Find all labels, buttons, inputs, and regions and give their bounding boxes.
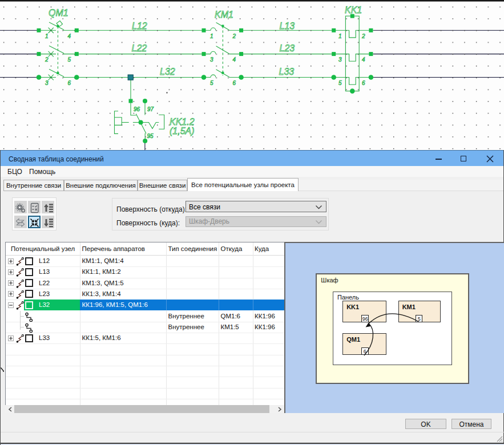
svg-text:6: 6	[68, 80, 71, 86]
svg-text:L13: L13	[280, 21, 295, 31]
svg-text:6: 6	[233, 80, 236, 86]
svg-text:L12: L12	[132, 21, 147, 31]
svg-text:2: 2	[45, 56, 49, 63]
svg-text:5: 5	[338, 80, 342, 86]
svg-text:QM1: QM1	[49, 8, 68, 18]
svg-text:(1,5A): (1,5A)	[170, 126, 195, 136]
svg-text:L22: L22	[132, 43, 147, 53]
svg-text:1: 1	[210, 33, 213, 39]
svg-text:2: 2	[232, 33, 236, 39]
svg-text:KM1: KM1	[215, 10, 233, 19]
svg-text:2: 2	[361, 33, 365, 39]
svg-text:6: 6	[362, 80, 365, 86]
svg-text:L23: L23	[280, 43, 295, 53]
svg-text:L32: L32	[160, 67, 175, 76]
svg-text:96: 96	[134, 106, 140, 112]
svg-text:4: 4	[362, 56, 365, 63]
svg-text:5: 5	[68, 56, 71, 63]
svg-text:97: 97	[147, 106, 154, 112]
svg-text:3: 3	[45, 80, 49, 86]
svg-text:1: 1	[45, 33, 49, 39]
svg-text:KK1.2: KK1.2	[170, 117, 195, 127]
svg-text:L33: L33	[279, 67, 295, 76]
svg-text:3: 3	[210, 56, 213, 63]
svg-text:5: 5	[210, 80, 213, 86]
svg-text:95: 95	[147, 133, 154, 139]
svg-text:3: 3	[338, 56, 342, 63]
svg-text:4: 4	[233, 56, 236, 63]
svg-text:KK1: KK1	[345, 5, 362, 15]
svg-text:1: 1	[338, 33, 342, 39]
svg-text:4: 4	[68, 33, 71, 39]
